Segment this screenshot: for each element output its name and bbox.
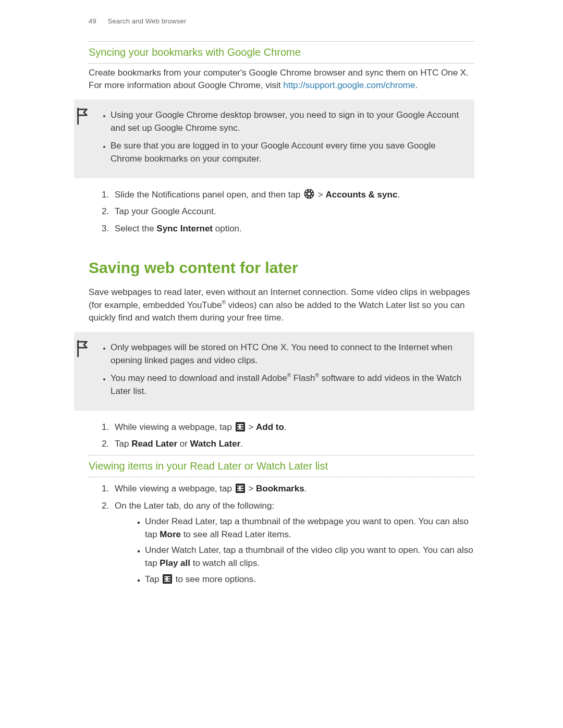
step-item: Tap your Google Account. [112,205,474,218]
divider [89,477,474,477]
step-item: While viewing a webpage, tap > Add to. [112,421,474,434]
flag-icon [75,339,91,358]
divider [89,455,474,455]
divider [89,63,474,64]
sub-item: Tap to see more options. [145,573,474,586]
step-item: Tap Read Later or Watch Later. [112,438,474,451]
sub-item: Under Read Later, tap a thumbnail of the… [145,515,474,541]
step-item: Select the Sync Internet option. [112,223,474,236]
ui-label: Sync Internet [156,224,213,233]
note-item: You may need to download and install Ado… [111,372,464,398]
registered-mark: ® [287,373,291,379]
divider [89,41,474,42]
support-chrome-link[interactable]: http://support.google.com/chrome [283,80,415,90]
steps-list: While viewing a webpage, tap > Add to. T… [89,421,474,451]
heading-saving: Saving web content for later [89,256,474,279]
menu-chevron-icon [236,484,245,493]
step-item: Slide the Notifications panel open, and … [112,189,474,202]
ui-label: Play all [160,558,190,568]
note-item: Using your Google Chrome desktop browser… [111,109,464,134]
ui-label: Bookmarks [256,484,304,493]
note-box: Only webpages will be stored on HTC One … [74,332,474,411]
menu-chevron-icon [163,574,172,584]
note-box: Using your Google Chrome desktop browser… [74,100,474,178]
heading-viewing: Viewing items in your Read Later or Watc… [89,459,474,474]
registered-mark: ® [222,300,226,305]
ui-label: Watch Later [190,439,241,449]
svg-rect-2 [309,189,310,191]
svg-point-1 [308,192,310,195]
ui-label: More [160,529,181,539]
section-name: Search and Web browser [108,17,187,25]
ui-label: Add to [256,422,284,432]
ui-label: Read Later [131,439,177,449]
intro-paragraph: Create bookmarks from your computer's Go… [89,67,474,92]
step-item: While viewing a webpage, tap > Bookmarks… [112,483,474,496]
svg-rect-4 [305,193,307,194]
menu-chevron-icon [236,422,245,431]
step-item: On the Later tab, do any of the followin… [112,500,474,586]
manual-page: 49 Search and Web browser Syncing your b… [0,0,563,728]
sub-item: Under Watch Later, tap a thumbnail of th… [145,544,474,570]
steps-list: While viewing a webpage, tap > Bookmarks… [89,483,474,586]
sub-list: Under Read Later, tap a thumbnail of the… [115,515,474,586]
page-number: 49 [89,17,96,27]
page-header: 49 Search and Web browser [89,17,474,27]
note-item: Only webpages will be stored on HTC One … [111,341,464,367]
ui-label: Accounts & sync [325,190,397,200]
note-item: Be sure that you are logged in to your G… [111,140,464,165]
registered-mark: ® [315,373,319,379]
svg-rect-3 [309,196,310,198]
flag-icon [75,107,91,126]
settings-gear-icon [304,189,314,199]
heading-sync-bookmarks: Syncing your bookmarks with Google Chrom… [89,45,474,60]
intro-paragraph: Save webpages to read later, even withou… [89,286,474,325]
steps-list: Slide the Notifications panel open, and … [89,189,474,236]
svg-rect-5 [312,193,313,194]
